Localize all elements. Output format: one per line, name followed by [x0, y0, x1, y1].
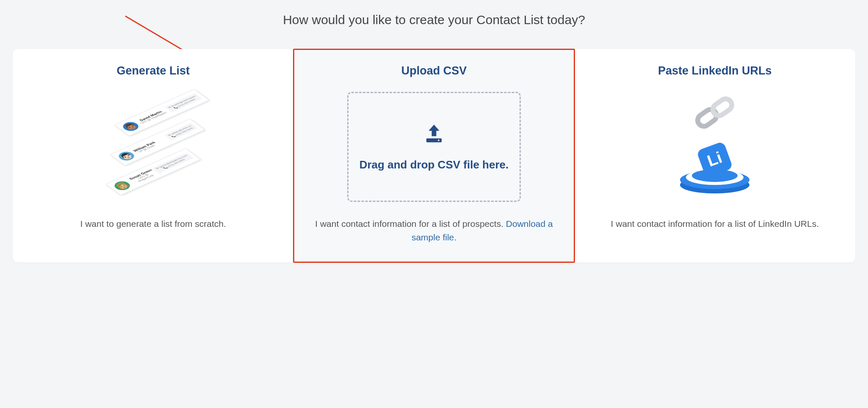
option-upload-csv[interactable]: Upload CSV Drag and drop CSV file here. … [293, 49, 574, 262]
upload-desc-text: I want contact information for a list of… [315, 219, 506, 229]
contact-details: sgreen@widgetcorp.com (213) 555-5555 [152, 153, 194, 174]
contact-email: sgreen@widgetcorp.com [155, 154, 188, 170]
option-generate-description: I want to generate a list from scratch. [27, 217, 279, 231]
option-generate-title: Generate List [27, 64, 279, 77]
option-linkedin-description: I want contact information for a list of… [589, 217, 841, 231]
linkedin-illustration: Li [589, 88, 841, 206]
avatar-icon: 👩🏼 [111, 179, 133, 192]
upload-icon [422, 122, 446, 149]
upload-csv-illustration: Drag and drop CSV file here. [308, 88, 560, 206]
option-upload-title: Upload CSV [308, 64, 560, 77]
linkedin-badge-icon: Li [676, 139, 753, 194]
avatar-icon: 👨🏽 [120, 120, 141, 132]
contact-details: dmartin@head.space (212) 555-5555 [164, 94, 202, 113]
contact-email: dmartin@head.space [167, 95, 196, 109]
svg-rect-4 [711, 96, 735, 118]
contact-phone: (213) 555-5555 [158, 156, 191, 172]
csv-dropzone[interactable]: Drag and drop CSV file here. [347, 92, 521, 202]
generate-list-illustration: 👨🏽 David Martin CPO @ HeadSpace dmartin@… [27, 88, 279, 206]
dropzone-text: Drag and drop CSV file here. [359, 158, 509, 172]
option-upload-description: I want contact information for a list of… [308, 217, 560, 244]
page-root: How would you like to create your Contac… [0, 0, 868, 408]
option-row: Generate List 👨🏽 David Martin CPO @ Head… [13, 49, 855, 262]
page-title: How would you like to create your Contac… [13, 13, 855, 27]
avatar-icon: 👨🏻 [116, 150, 137, 162]
contact-details: william@octan.co (206) 555-5555 [164, 123, 198, 141]
option-generate-list[interactable]: Generate List 👨🏽 David Martin CPO @ Head… [13, 49, 293, 262]
chain-link-icon [690, 94, 740, 132]
contact-cards-stack: 👨🏽 David Martin CPO @ HeadSpace dmartin@… [94, 92, 213, 202]
option-linkedin-title: Paste LinkedIn URLs [589, 64, 841, 77]
svg-point-2 [438, 140, 440, 141]
option-paste-linkedin[interactable]: Paste LinkedIn URLs [575, 49, 855, 262]
